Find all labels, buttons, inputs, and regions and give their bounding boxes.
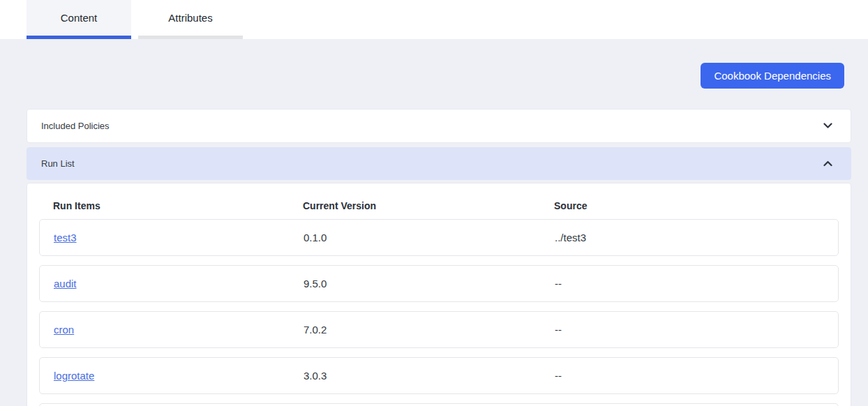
current-version-cell: 0.1.0 xyxy=(304,232,555,243)
table-row: audit 9.5.0 -- xyxy=(39,265,839,302)
chevron-up-icon xyxy=(823,158,832,169)
run-item-link[interactable]: cron xyxy=(54,324,74,336)
source-cell: -- xyxy=(555,370,838,382)
run-item-link[interactable]: test3 xyxy=(54,232,77,243)
column-header-run-items: Run Items xyxy=(53,200,303,211)
run-list-label: Run List xyxy=(41,158,75,169)
source-cell: ../test3 xyxy=(555,232,838,243)
run-item-link[interactable]: logrotate xyxy=(54,370,94,382)
source-cell: -- xyxy=(555,278,838,290)
table-row: cron 7.0.2 -- xyxy=(39,311,839,348)
source-cell: -- xyxy=(555,324,838,336)
run-list-accordion-header[interactable]: Run List xyxy=(27,147,851,180)
run-list-rows: test3 0.1.0 ../test3 audit 9.5.0 -- cron… xyxy=(39,219,839,406)
content-panel: Cookbook Dependencies Included Policies … xyxy=(0,39,868,406)
included-policies-label: Included Policies xyxy=(41,121,110,131)
current-version-cell: 3.0.3 xyxy=(304,370,555,382)
run-list-accordion: Run List Run Items Current Version Sourc… xyxy=(27,147,851,406)
column-header-current-version: Current Version xyxy=(303,200,554,211)
tab-content[interactable]: Content xyxy=(27,0,131,39)
current-version-cell: 7.0.2 xyxy=(304,324,555,336)
table-row xyxy=(39,403,839,406)
tab-bar: Content Attributes xyxy=(0,0,868,39)
current-version-cell: 9.5.0 xyxy=(304,278,555,290)
cookbook-dependencies-button[interactable]: Cookbook Dependencies xyxy=(701,63,844,89)
table-row: test3 0.1.0 ../test3 xyxy=(39,219,839,256)
toolbar: Cookbook Dependencies xyxy=(27,39,851,89)
tab-attributes[interactable]: Attributes xyxy=(138,0,243,39)
included-policies-accordion: Included Policies xyxy=(27,109,851,143)
column-header-source: Source xyxy=(554,200,839,211)
run-item-link[interactable]: audit xyxy=(54,278,77,290)
tab-attributes-label: Attributes xyxy=(168,12,212,24)
chevron-down-icon xyxy=(823,121,832,131)
included-policies-accordion-header[interactable]: Included Policies xyxy=(27,109,851,143)
run-list-accordion-body: Run Items Current Version Source test3 0… xyxy=(27,183,851,406)
tab-content-label: Content xyxy=(61,12,98,24)
table-row: logrotate 3.0.3 -- xyxy=(39,357,839,394)
run-list-table-header: Run Items Current Version Source xyxy=(39,193,839,219)
